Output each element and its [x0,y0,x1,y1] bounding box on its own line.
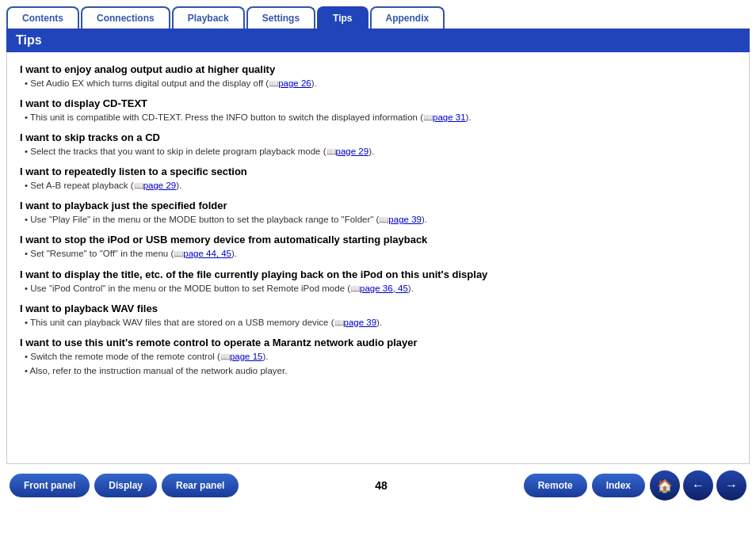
tip-body-9b: Also, refer to the instruction manual of… [25,364,736,377]
section-header: Tips [6,29,750,52]
book-icon-3: 📖 [326,147,336,156]
tip-heading-7: I want to display the title, etc. of the… [20,268,736,280]
tip-body-4-text: Set A-B repeat playback ( [30,181,133,190]
book-icon-9a: 📖 [220,352,230,361]
tip-body-8-text: This unit can playback WAV files that ar… [30,318,334,327]
tip-body-2-text: This unit is compatible with CD-TEXT. Pr… [30,112,423,122]
tip-link-8[interactable]: page 39 [344,318,377,327]
tip-heading-1: I want to enjoy analog output audio at h… [20,63,736,75]
tip-body-7-text: Use "iPod Control" in the menu or the MO… [30,284,350,293]
tip-body-2: This unit is compatible with CD-TEXT. Pr… [25,111,736,124]
tip-link-7[interactable]: page 36, 45 [360,284,408,293]
book-icon-7: 📖 [350,284,360,293]
tip-body-5-after: ). [422,215,427,224]
tip-body-1-after: ). [311,78,317,88]
tip-body-9a: Switch the remote mode of the remote con… [25,350,736,363]
bottom-nav: Front panel Display Rear panel 48 Remote… [0,464,756,507]
rear-panel-button[interactable]: Rear panel [162,474,239,497]
book-icon-6: 📖 [174,249,183,258]
tip-link-2[interactable]: page 31 [433,112,466,122]
tab-playback[interactable]: Playback [172,6,245,29]
tip-body-9b-text: Also, refer to the instruction manual of… [30,366,288,375]
tab-connections[interactable]: Connections [81,6,170,29]
home-icon: 🏠 [657,478,673,493]
tip-body-8-after: ). [376,318,382,327]
section-title: Tips [16,33,42,47]
back-button[interactable]: ← [683,470,713,501]
tip-link-1[interactable]: page 26 [278,78,311,88]
tip-body-6-after: ). [231,249,237,258]
tip-body-2-after: ). [466,112,472,122]
tips-content: I want to enjoy analog output audio at h… [6,52,750,464]
tip-body-7: Use "iPod Control" in the menu or the MO… [25,282,736,295]
home-button[interactable]: 🏠 [650,470,680,501]
book-icon-5: 📖 [379,215,388,224]
tip-link-5[interactable]: page 39 [388,215,422,224]
tip-body-9a-after: ). [263,352,269,361]
tip-heading-4: I want to repeatedly listen to a specifi… [20,166,736,177]
tip-body-3-text: Select the tracks that you want to skip … [30,147,326,156]
tab-tips[interactable]: Tips [317,6,368,29]
tip-body-9a-text: Switch the remote mode of the remote con… [30,352,220,361]
book-icon-8: 📖 [334,318,344,327]
tip-body-4: Set A-B repeat playback (📖page 29). [25,179,736,192]
tip-body-4-after: ). [176,181,181,190]
page-number: 48 [251,479,510,492]
forward-arrow-icon: → [725,478,738,493]
book-icon-4: 📖 [134,181,143,190]
tip-body-3: Select the tracks that you want to skip … [25,145,736,158]
tab-appendix[interactable]: Appendix [370,6,445,29]
tip-body-1-text: Set Audio EX which turns digital output … [30,78,269,88]
tip-body-6: Set "Resume" to "Off" in the menu (📖page… [25,247,736,260]
tip-body-7-after: ). [408,284,414,293]
tab-contents[interactable]: Contents [6,6,79,29]
tip-body-8: This unit can playback WAV files that ar… [25,316,736,329]
tip-heading-3: I want to skip tracks on a CD [20,131,736,143]
icon-buttons: 🏠 ← → [650,470,746,501]
tip-heading-2: I want to display CD-TEXT [20,97,736,109]
tip-link-6[interactable]: page 44, 45 [183,249,231,258]
tip-body-3-after: ). [368,147,374,156]
tip-link-9a[interactable]: page 15 [230,352,263,361]
tip-link-4[interactable]: page 29 [143,181,177,190]
index-button[interactable]: Index [592,474,645,497]
tip-heading-8: I want to playback WAV files [20,303,736,314]
remote-button[interactable]: Remote [524,474,587,497]
forward-button[interactable]: → [716,470,746,501]
tab-settings[interactable]: Settings [246,6,315,29]
tip-body-1: Set Audio EX which turns digital output … [25,77,736,89]
tip-heading-9: I want to use this unit's remote control… [20,337,736,348]
tip-body-6-text: Set "Resume" to "Off" in the menu ( [30,249,174,258]
front-panel-button[interactable]: Front panel [10,474,90,497]
tip-heading-6: I want to stop the iPod or USB memory de… [20,234,736,246]
book-icon-1: 📖 [269,79,278,88]
tip-body-5: Use "Play File" in the menu or the MODE … [25,213,736,226]
tip-link-3[interactable]: page 29 [336,147,369,156]
tip-heading-5: I want to playback just the specified fo… [20,200,736,211]
tab-bar: Contents Connections Playback Settings T… [0,0,756,29]
back-arrow-icon: ← [692,478,704,493]
display-button[interactable]: Display [94,474,157,497]
tip-body-5-text: Use "Play File" in the menu or the MODE … [30,215,379,224]
book-icon-2: 📖 [423,113,433,122]
